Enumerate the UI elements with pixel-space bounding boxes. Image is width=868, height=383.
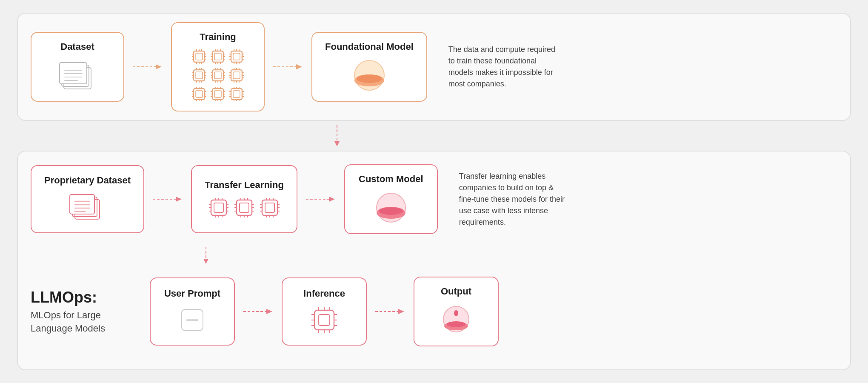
svg-rect-121: [231, 89, 242, 100]
svg-rect-166: [240, 203, 249, 212]
chip-icon: [228, 86, 245, 102]
user-prompt-box: User Prompt: [150, 277, 235, 346]
svg-rect-93: [194, 89, 205, 100]
vertical-connector-1: [17, 125, 851, 146]
bottom-section: Proprietary Dataset: [17, 151, 851, 370]
training-chips: [191, 49, 245, 102]
svg-marker-150: [176, 197, 182, 202]
custom-model-icon: [374, 191, 408, 225]
proprietary-dataset-box: Proprietary Dataset: [31, 165, 144, 233]
training-label: Training: [200, 31, 236, 43]
bottom-top-row: Proprietary Dataset: [31, 164, 837, 234]
chip-icon: [259, 197, 281, 219]
svg-point-139: [357, 74, 382, 83]
svg-rect-165: [237, 200, 252, 215]
svg-marker-199: [203, 259, 208, 264]
llmops-subtitle: MLOps for Large Language Models: [31, 309, 133, 335]
arrow-6: [375, 306, 405, 317]
user-prompt-icon: [177, 305, 207, 335]
svg-rect-52: [196, 72, 203, 79]
proprietary-dataset-label: Proprietary Dataset: [44, 175, 131, 186]
svg-marker-136: [296, 64, 302, 69]
dataset-label: Dataset: [60, 41, 94, 52]
top-description: The data and compute required to train t…: [448, 44, 559, 90]
chip-icon: [228, 49, 245, 65]
svg-marker-141: [334, 141, 340, 146]
output-icon: [439, 303, 473, 337]
svg-rect-9: [194, 51, 205, 62]
svg-rect-65: [212, 70, 223, 81]
dataset-icon: [56, 58, 99, 92]
svg-rect-38: [233, 53, 240, 60]
svg-rect-66: [214, 72, 221, 79]
chip-icon: [210, 49, 226, 65]
svg-rect-24: [214, 53, 221, 60]
chip-icon: [210, 86, 226, 102]
svg-marker-8: [156, 64, 162, 69]
transfer-chips: [208, 197, 281, 219]
svg-point-223: [454, 310, 458, 316]
bottom-description: Transfer learning enables companies to b…: [459, 171, 570, 228]
svg-point-222: [447, 321, 465, 327]
svg-rect-37: [231, 51, 242, 62]
inference-chip-icon: [309, 305, 339, 335]
svg-rect-204: [314, 310, 334, 330]
dataset-box: Dataset: [31, 32, 124, 102]
arrow-1: [133, 62, 163, 72]
svg-rect-51: [194, 70, 205, 81]
llmops-label-container: LLMOps: MLOps for Large Language Models: [31, 288, 141, 335]
chip-icon: [233, 197, 255, 219]
chip-icon: [210, 67, 226, 83]
foundational-model-box: Foundational Model: [311, 32, 427, 102]
svg-rect-180: [265, 203, 274, 212]
svg-rect-10: [196, 53, 203, 60]
output-box: Output: [414, 277, 499, 346]
proprietary-dataset-icon: [68, 192, 106, 224]
bottom-lower-row: LLMOps: MLOps for Large Language Models …: [31, 277, 837, 346]
svg-marker-194: [329, 197, 335, 202]
svg-rect-79: [231, 70, 242, 81]
svg-rect-80: [233, 72, 240, 79]
transfer-learning-box: Transfer Learning: [191, 165, 297, 233]
chip-icon: [191, 67, 207, 83]
svg-rect-179: [262, 200, 277, 215]
svg-marker-219: [398, 309, 404, 314]
page: Dataset: [0, 0, 868, 383]
top-section: Dataset: [17, 13, 851, 121]
training-box: Training: [171, 22, 265, 111]
custom-model-box: Custom Model: [344, 164, 438, 234]
output-label: Output: [441, 286, 471, 297]
user-prompt-label: User Prompt: [164, 288, 220, 299]
chip-icon: [228, 67, 245, 83]
chip-icon: [191, 49, 207, 65]
llmops-title: LLMOps:: [31, 288, 133, 306]
chip-icon: [208, 197, 230, 219]
custom-model-label: Custom Model: [359, 174, 423, 185]
transfer-learning-label: Transfer Learning: [205, 180, 284, 191]
arrow-2: [273, 62, 303, 72]
svg-rect-107: [212, 89, 223, 100]
svg-point-197: [379, 207, 403, 215]
arrow-3: [153, 194, 183, 204]
svg-rect-205: [319, 314, 330, 326]
chip-icon: [191, 86, 207, 102]
foundational-model-icon: [352, 58, 386, 92]
svg-rect-151: [211, 200, 226, 215]
svg-rect-122: [233, 91, 240, 97]
foundational-model-label: Foundational Model: [325, 41, 414, 52]
vertical-connector-2: [31, 247, 837, 264]
svg-rect-152: [214, 203, 223, 212]
svg-marker-203: [266, 309, 272, 314]
svg-rect-23: [212, 51, 223, 62]
top-flow: Dataset: [17, 13, 851, 121]
svg-rect-108: [214, 91, 221, 97]
arrow-4: [306, 194, 336, 204]
inference-box: Inference: [282, 277, 367, 346]
inference-label: Inference: [303, 288, 345, 299]
svg-rect-94: [196, 91, 203, 97]
arrow-5: [243, 306, 273, 317]
